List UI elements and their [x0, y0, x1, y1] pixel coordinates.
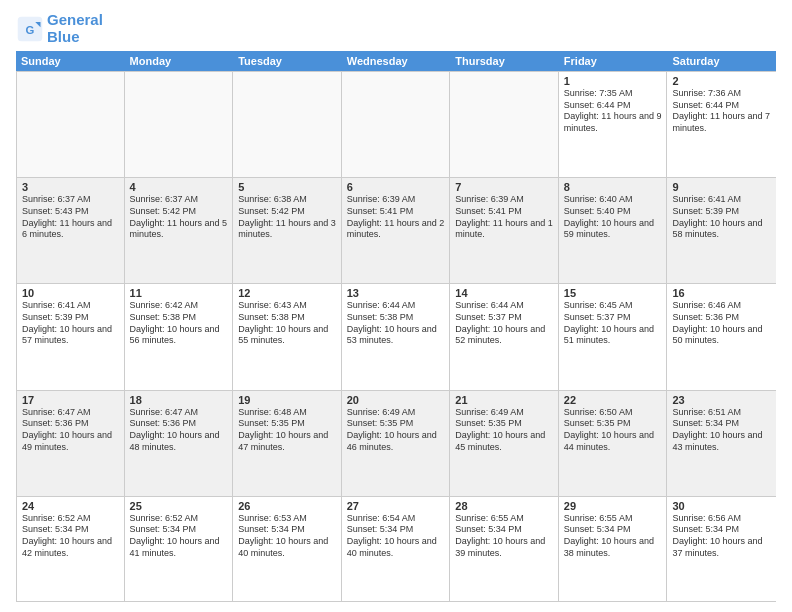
day-cell: 30Sunrise: 6:56 AM Sunset: 5:34 PM Dayli… [667, 497, 776, 601]
day-info: Sunrise: 6:38 AM Sunset: 5:42 PM Dayligh… [238, 194, 336, 241]
day-cell: 8Sunrise: 6:40 AM Sunset: 5:40 PM Daylig… [559, 178, 668, 283]
day-info: Sunrise: 6:53 AM Sunset: 5:34 PM Dayligh… [238, 513, 336, 560]
day-cell: 15Sunrise: 6:45 AM Sunset: 5:37 PM Dayli… [559, 284, 668, 389]
day-info: Sunrise: 6:37 AM Sunset: 5:43 PM Dayligh… [22, 194, 119, 241]
day-info: Sunrise: 6:55 AM Sunset: 5:34 PM Dayligh… [455, 513, 553, 560]
day-number: 4 [130, 181, 228, 193]
day-info: Sunrise: 6:54 AM Sunset: 5:34 PM Dayligh… [347, 513, 445, 560]
day-info: Sunrise: 6:43 AM Sunset: 5:38 PM Dayligh… [238, 300, 336, 347]
day-cell: 22Sunrise: 6:50 AM Sunset: 5:35 PM Dayli… [559, 391, 668, 496]
day-info: Sunrise: 6:51 AM Sunset: 5:34 PM Dayligh… [672, 407, 771, 454]
day-number: 30 [672, 500, 771, 512]
day-info: Sunrise: 6:52 AM Sunset: 5:34 PM Dayligh… [22, 513, 119, 560]
day-info: Sunrise: 6:47 AM Sunset: 5:36 PM Dayligh… [22, 407, 119, 454]
day-number: 16 [672, 287, 771, 299]
weekday-header: Saturday [667, 51, 776, 71]
day-info: Sunrise: 6:47 AM Sunset: 5:36 PM Dayligh… [130, 407, 228, 454]
day-info: Sunrise: 6:41 AM Sunset: 5:39 PM Dayligh… [22, 300, 119, 347]
day-cell: 6Sunrise: 6:39 AM Sunset: 5:41 PM Daylig… [342, 178, 451, 283]
day-cell: 29Sunrise: 6:55 AM Sunset: 5:34 PM Dayli… [559, 497, 668, 601]
day-number: 23 [672, 394, 771, 406]
day-number: 11 [130, 287, 228, 299]
day-cell: 27Sunrise: 6:54 AM Sunset: 5:34 PM Dayli… [342, 497, 451, 601]
day-number: 26 [238, 500, 336, 512]
day-cell: 18Sunrise: 6:47 AM Sunset: 5:36 PM Dayli… [125, 391, 234, 496]
day-number: 7 [455, 181, 553, 193]
day-number: 29 [564, 500, 662, 512]
day-cell: 3Sunrise: 6:37 AM Sunset: 5:43 PM Daylig… [16, 178, 125, 283]
day-cell: 12Sunrise: 6:43 AM Sunset: 5:38 PM Dayli… [233, 284, 342, 389]
day-number: 27 [347, 500, 445, 512]
calendar-week: 10Sunrise: 6:41 AM Sunset: 5:39 PM Dayli… [16, 283, 776, 389]
day-cell: 14Sunrise: 6:44 AM Sunset: 5:37 PM Dayli… [450, 284, 559, 389]
day-cell: 11Sunrise: 6:42 AM Sunset: 5:38 PM Dayli… [125, 284, 234, 389]
weekday-header: Monday [125, 51, 234, 71]
day-cell: 2Sunrise: 7:36 AM Sunset: 6:44 PM Daylig… [667, 72, 776, 177]
day-info: Sunrise: 6:46 AM Sunset: 5:36 PM Dayligh… [672, 300, 771, 347]
logo: G GeneralBlue [16, 12, 103, 45]
day-number: 20 [347, 394, 445, 406]
weekday-header: Thursday [450, 51, 559, 71]
day-info: Sunrise: 6:40 AM Sunset: 5:40 PM Dayligh… [564, 194, 662, 241]
day-info: Sunrise: 6:50 AM Sunset: 5:35 PM Dayligh… [564, 407, 662, 454]
day-number: 19 [238, 394, 336, 406]
day-info: Sunrise: 6:45 AM Sunset: 5:37 PM Dayligh… [564, 300, 662, 347]
day-info: Sunrise: 6:39 AM Sunset: 5:41 PM Dayligh… [455, 194, 553, 241]
day-info: Sunrise: 6:52 AM Sunset: 5:34 PM Dayligh… [130, 513, 228, 560]
day-cell: 26Sunrise: 6:53 AM Sunset: 5:34 PM Dayli… [233, 497, 342, 601]
day-info: Sunrise: 6:37 AM Sunset: 5:42 PM Dayligh… [130, 194, 228, 241]
day-info: Sunrise: 6:44 AM Sunset: 5:38 PM Dayligh… [347, 300, 445, 347]
calendar-week: 3Sunrise: 6:37 AM Sunset: 5:43 PM Daylig… [16, 177, 776, 283]
day-info: Sunrise: 6:42 AM Sunset: 5:38 PM Dayligh… [130, 300, 228, 347]
day-info: Sunrise: 6:55 AM Sunset: 5:34 PM Dayligh… [564, 513, 662, 560]
day-cell: 7Sunrise: 6:39 AM Sunset: 5:41 PM Daylig… [450, 178, 559, 283]
day-info: Sunrise: 6:48 AM Sunset: 5:35 PM Dayligh… [238, 407, 336, 454]
calendar-week: 1Sunrise: 7:35 AM Sunset: 6:44 PM Daylig… [16, 71, 776, 177]
day-info: Sunrise: 6:49 AM Sunset: 5:35 PM Dayligh… [347, 407, 445, 454]
logo-text: GeneralBlue [47, 12, 103, 45]
day-number: 21 [455, 394, 553, 406]
day-number: 13 [347, 287, 445, 299]
day-number: 1 [564, 75, 662, 87]
day-info: Sunrise: 6:39 AM Sunset: 5:41 PM Dayligh… [347, 194, 445, 241]
day-cell: 13Sunrise: 6:44 AM Sunset: 5:38 PM Dayli… [342, 284, 451, 389]
day-number: 15 [564, 287, 662, 299]
day-number: 10 [22, 287, 119, 299]
day-number: 6 [347, 181, 445, 193]
empty-cell [125, 72, 234, 177]
calendar-week: 17Sunrise: 6:47 AM Sunset: 5:36 PM Dayli… [16, 390, 776, 496]
day-number: 3 [22, 181, 119, 193]
day-info: Sunrise: 7:35 AM Sunset: 6:44 PM Dayligh… [564, 88, 662, 135]
day-info: Sunrise: 6:44 AM Sunset: 5:37 PM Dayligh… [455, 300, 553, 347]
day-number: 2 [672, 75, 771, 87]
calendar-body: 1Sunrise: 7:35 AM Sunset: 6:44 PM Daylig… [16, 71, 776, 602]
day-cell: 16Sunrise: 6:46 AM Sunset: 5:36 PM Dayli… [667, 284, 776, 389]
empty-cell [450, 72, 559, 177]
weekday-header: Friday [559, 51, 668, 71]
empty-cell [233, 72, 342, 177]
day-number: 17 [22, 394, 119, 406]
day-cell: 20Sunrise: 6:49 AM Sunset: 5:35 PM Dayli… [342, 391, 451, 496]
day-number: 9 [672, 181, 771, 193]
day-number: 8 [564, 181, 662, 193]
day-number: 12 [238, 287, 336, 299]
day-number: 18 [130, 394, 228, 406]
weekday-header: Wednesday [342, 51, 451, 71]
day-cell: 17Sunrise: 6:47 AM Sunset: 5:36 PM Dayli… [16, 391, 125, 496]
empty-cell [342, 72, 451, 177]
calendar: SundayMondayTuesdayWednesdayThursdayFrid… [16, 51, 776, 602]
empty-cell [16, 72, 125, 177]
svg-text:G: G [26, 24, 35, 36]
day-cell: 10Sunrise: 6:41 AM Sunset: 5:39 PM Dayli… [16, 284, 125, 389]
day-number: 14 [455, 287, 553, 299]
calendar-week: 24Sunrise: 6:52 AM Sunset: 5:34 PM Dayli… [16, 496, 776, 602]
day-cell: 23Sunrise: 6:51 AM Sunset: 5:34 PM Dayli… [667, 391, 776, 496]
day-info: Sunrise: 6:41 AM Sunset: 5:39 PM Dayligh… [672, 194, 771, 241]
day-cell: 1Sunrise: 7:35 AM Sunset: 6:44 PM Daylig… [559, 72, 668, 177]
day-cell: 4Sunrise: 6:37 AM Sunset: 5:42 PM Daylig… [125, 178, 234, 283]
day-number: 25 [130, 500, 228, 512]
day-number: 28 [455, 500, 553, 512]
day-cell: 5Sunrise: 6:38 AM Sunset: 5:42 PM Daylig… [233, 178, 342, 283]
day-number: 5 [238, 181, 336, 193]
day-cell: 24Sunrise: 6:52 AM Sunset: 5:34 PM Dayli… [16, 497, 125, 601]
